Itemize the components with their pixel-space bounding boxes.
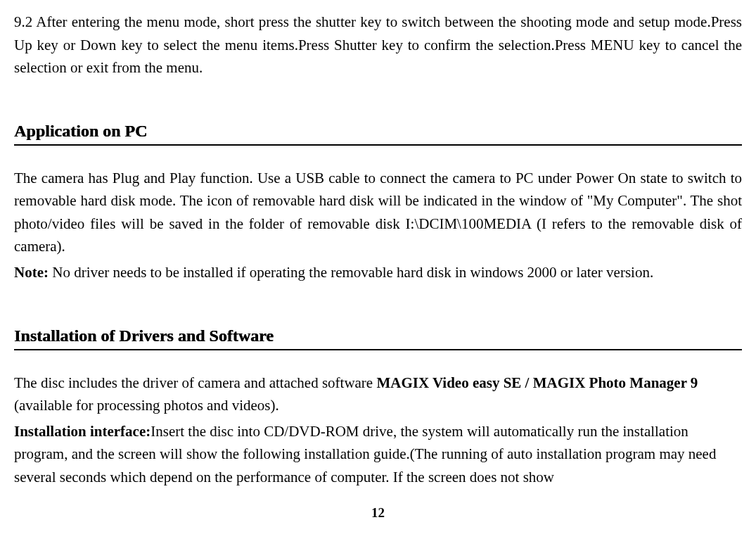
section1-note: Note: No driver needs to be installed if… <box>14 261 742 284</box>
note-label: Note: <box>14 264 49 281</box>
p1-bold: MAGIX Video easy SE / MAGIX Photo Manage… <box>376 374 698 391</box>
note-text: No driver needs to be installed if opera… <box>49 264 653 281</box>
section-heading-application-pc: Application on PC <box>14 118 742 146</box>
heading-text: Application on PC <box>14 118 147 144</box>
section1-p1: The camera has Plug and Play function. U… <box>14 167 742 258</box>
section2-p1: The disc includes the driver of camera a… <box>14 372 742 417</box>
p1-suffix: (available for processing photos and vid… <box>14 397 279 414</box>
section2-p2: Installation interface:Insert the disc i… <box>14 420 742 489</box>
heading-text: Installation of Drivers and Software <box>14 323 274 349</box>
section-heading-installation: Installation of Drivers and Software <box>14 323 742 350</box>
intro-paragraph: 9.2 After entering the menu mode, short … <box>14 11 742 80</box>
page-number: 12 <box>14 502 742 523</box>
p2-label: Installation interface: <box>14 423 150 440</box>
p1-prefix: The disc includes the driver of camera a… <box>14 374 376 391</box>
